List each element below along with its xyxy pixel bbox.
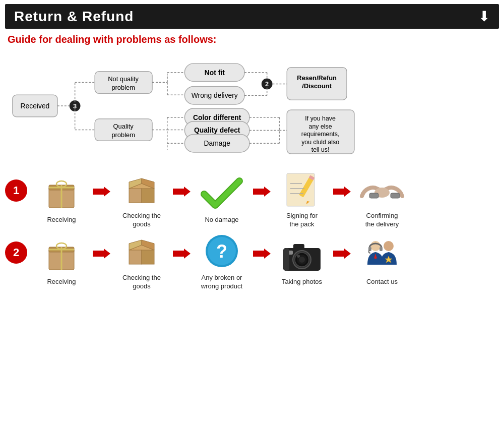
step2-item-contact: Contact us <box>352 235 412 286</box>
svg-rect-68 <box>142 189 154 203</box>
svg-text:Quality: Quality <box>113 123 134 130</box>
step1-item-confirming: Confirmingthe delivery <box>352 169 412 229</box>
svg-marker-109 <box>333 249 351 259</box>
step1-arrow1 <box>93 187 110 212</box>
svg-rect-113 <box>380 247 383 251</box>
step1-number: 1 <box>5 179 27 202</box>
step1-arrow4 <box>333 187 351 212</box>
svg-text:Color different: Color different <box>193 113 241 122</box>
svg-text:Wrong delivery: Wrong delivery <box>192 91 238 99</box>
svg-text:you cluld also: you cluld also <box>301 139 339 146</box>
step2-checking-label: Checking thegoods <box>122 274 161 291</box>
step2-item-receiving: Receiving <box>31 235 92 286</box>
svg-marker-65 <box>93 187 110 197</box>
svg-point-111 <box>384 241 394 251</box>
step1-receiving-icon <box>36 173 87 214</box>
step1-arrow2 <box>173 187 191 212</box>
step1-item-nodamage: No damage <box>192 173 252 224</box>
svg-marker-72 <box>253 187 271 197</box>
step2-arrow3 <box>253 249 271 274</box>
step1-signing-label: Signing forthe pack <box>286 212 318 229</box>
svg-text:Not fit: Not fit <box>205 69 225 77</box>
svg-text:Resen/Refun: Resen/Refun <box>297 74 337 82</box>
svg-rect-108 <box>283 248 289 271</box>
step1-receiving-label: Receiving <box>47 216 76 224</box>
step2-contact-label: Contact us <box>366 278 398 286</box>
step1-item-signing: Signing forthe pack <box>272 169 332 229</box>
step2-arrow2 <box>173 249 191 274</box>
step1-checking-label: Checking thegoods <box>122 212 161 229</box>
svg-text:Received: Received <box>21 102 50 110</box>
svg-text:tell us!: tell us! <box>311 146 330 153</box>
step2-broken-icon: ? <box>197 231 247 272</box>
step1-item-checking: Checking thegoods <box>111 169 172 229</box>
svg-text:Damage: Damage <box>204 139 231 147</box>
svg-marker-89 <box>93 249 110 259</box>
svg-rect-67 <box>129 189 142 203</box>
step2-item-photos: Taking photos <box>272 235 332 286</box>
step1-nodamage-icon <box>197 173 247 214</box>
step1-signing-icon <box>277 169 327 210</box>
step2-checking-icon <box>116 231 167 272</box>
steps-section: 1 Receiving <box>0 165 504 297</box>
svg-text:requirements,: requirements, <box>301 131 340 138</box>
step2-items: Receiving Checking thegoods <box>31 231 499 291</box>
step2-receiving-icon <box>36 235 87 276</box>
step2-broken-label: Any broken orwrong product <box>201 274 242 291</box>
svg-text:/Discount: /Discount <box>302 82 332 90</box>
header-title: Return & Refund <box>14 9 134 25</box>
svg-rect-91 <box>129 250 142 264</box>
svg-text:?: ? <box>216 241 227 262</box>
step1-row: 1 Receiving <box>5 169 499 229</box>
step2-photos-icon <box>277 235 327 276</box>
header-bar: Return & Refund ⬇ <box>5 4 499 29</box>
svg-marker-99 <box>253 249 271 259</box>
svg-text:If you have: If you have <box>305 115 336 122</box>
svg-rect-83 <box>391 193 400 198</box>
svg-rect-82 <box>369 193 379 198</box>
svg-point-105 <box>299 257 305 263</box>
step2-item-checking: Checking thegoods <box>111 231 172 291</box>
step2-item-broken: ? Any broken orwrong product <box>192 231 252 291</box>
step1-arrow3 <box>253 187 271 212</box>
svg-marker-95 <box>173 249 191 259</box>
svg-marker-80 <box>333 187 351 197</box>
step1-confirming-label: Confirmingthe delivery <box>365 212 399 229</box>
svg-text:Not quality: Not quality <box>108 75 139 83</box>
svg-text:problem: problem <box>111 84 135 91</box>
step1-items: Receiving Check <box>31 169 499 229</box>
svg-text:problem: problem <box>111 131 135 139</box>
step2-number: 2 <box>5 241 27 264</box>
step2-row: 2 Receiving <box>5 231 499 291</box>
step1-nodamage-label: No damage <box>205 216 238 224</box>
svg-text:Quality defect: Quality defect <box>194 126 240 134</box>
svg-point-110 <box>370 241 381 251</box>
flowchart-section: Received 3 Not quality problem Quality p… <box>0 49 504 165</box>
step2-arrow1 <box>93 249 110 274</box>
step2-photos-label: Taking photos <box>282 278 322 286</box>
step2-receiving-label: Receiving <box>47 278 76 286</box>
svg-rect-92 <box>142 250 154 264</box>
step1-confirming-icon <box>357 169 407 210</box>
step1-item-receiving: Receiving <box>31 173 92 224</box>
svg-text:any else: any else <box>309 123 332 130</box>
step1-checking-icon <box>116 169 167 210</box>
svg-rect-101 <box>293 244 304 250</box>
flowchart-svg: Received 3 Not quality problem Quality p… <box>8 52 496 160</box>
step2-contact-icon <box>357 235 407 276</box>
step2-arrow4 <box>333 249 351 274</box>
guide-subtitle: Guide for dealing with problems as follo… <box>8 34 496 45</box>
header-arrow-icon: ⬇ <box>478 8 490 25</box>
svg-point-107 <box>297 255 300 258</box>
svg-marker-71 <box>173 187 191 197</box>
